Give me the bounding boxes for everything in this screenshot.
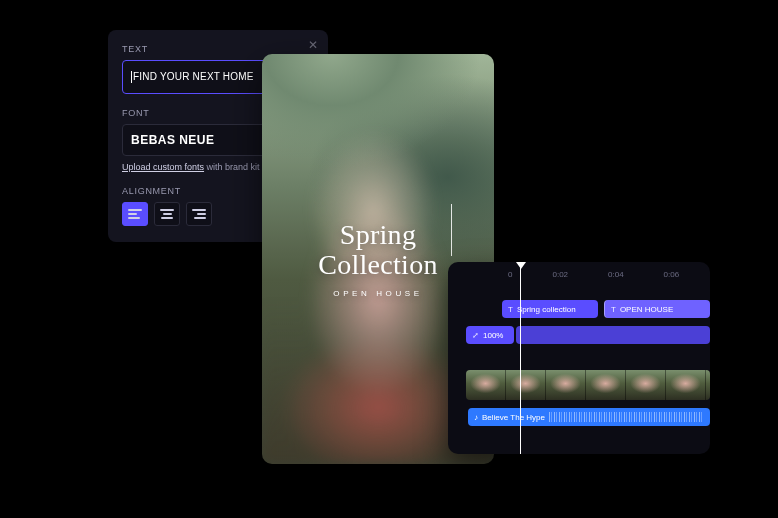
effect-icon: ⤢	[472, 331, 479, 340]
time-ruler[interactable]: 0 0:02 0:04 0:06	[448, 270, 710, 286]
clip-label: Spring collection	[517, 305, 576, 314]
video-thumb	[466, 370, 506, 400]
text-input-value: FIND YOUR NEXT HOME	[133, 71, 254, 82]
text-clip-spring[interactable]: T Spring collection	[502, 300, 598, 318]
video-thumb	[706, 370, 710, 400]
preview-title: SpringCollection	[318, 220, 437, 279]
video-thumb	[666, 370, 706, 400]
font-value: BEBAS NEUE	[131, 133, 214, 147]
clip-label: OPEN HOUSE	[620, 305, 673, 314]
music-icon: ♪	[474, 413, 478, 422]
video-thumb	[506, 370, 546, 400]
video-track[interactable]	[466, 370, 710, 400]
ruler-tick: 0:04	[608, 270, 624, 286]
ruler-tick: 0:02	[552, 270, 568, 286]
text-section-label: TEXT	[122, 44, 314, 54]
preview-subtitle: OPEN HOUSE	[333, 289, 422, 298]
clip-label: 100%	[483, 331, 503, 340]
timeline-panel: 0 0:02 0:04 0:06 T Spring collection T O…	[448, 262, 710, 454]
effect-clip-zoom[interactable]: ⤢ 100%	[466, 326, 514, 344]
upload-fonts-link[interactable]: Upload custom fonts	[122, 162, 204, 172]
clip-label: Believe The Hype	[482, 413, 545, 422]
align-center-button[interactable]	[154, 202, 180, 226]
align-left-button[interactable]	[122, 202, 148, 226]
video-thumb	[586, 370, 626, 400]
video-thumb	[546, 370, 586, 400]
close-icon[interactable]: ✕	[308, 38, 318, 52]
playhead[interactable]	[520, 264, 521, 454]
align-right-button[interactable]	[186, 202, 212, 226]
text-icon: T	[611, 305, 616, 314]
video-thumb	[626, 370, 666, 400]
ruler-tick: 0:06	[664, 270, 680, 286]
audio-waveform	[549, 412, 704, 422]
text-clip-openhouse[interactable]: T OPEN HOUSE	[604, 300, 710, 318]
decorative-divider	[451, 204, 452, 256]
audio-clip[interactable]: ♪ Believe The Hype	[468, 408, 710, 426]
text-icon: T	[508, 305, 513, 314]
tracks-area: T Spring collection T OPEN HOUSE ⤢ 100% …	[448, 286, 710, 296]
ruler-tick: 0	[508, 270, 512, 286]
effect-clip-tail[interactable]	[516, 326, 710, 344]
